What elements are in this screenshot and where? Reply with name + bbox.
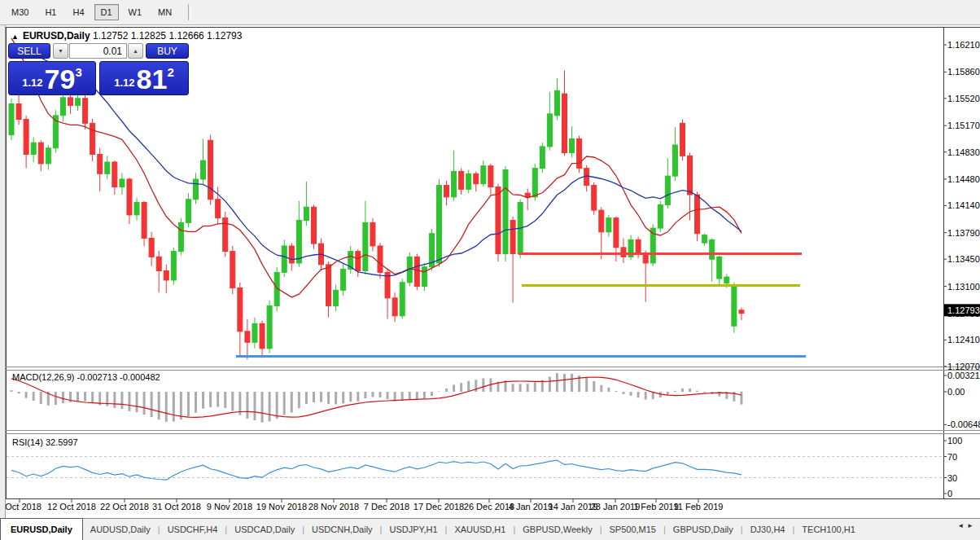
timeframe-button-m30[interactable]: M30 bbox=[5, 4, 35, 20]
chart-tab-tech100-h1[interactable]: TECH100,H1 bbox=[794, 519, 862, 540]
candle-body bbox=[186, 200, 190, 223]
volume-input[interactable] bbox=[69, 43, 127, 59]
chart-tab-audusd-daily[interactable]: AUDUSD,Daily bbox=[83, 519, 158, 540]
candle-body bbox=[60, 98, 65, 116]
price-axis-label: 1.15520 bbox=[947, 94, 980, 103]
candle-body bbox=[90, 123, 95, 154]
price-axis-label: 1.13100 bbox=[947, 282, 980, 292]
buy-button[interactable]: BUY bbox=[146, 43, 189, 59]
candle-body bbox=[592, 186, 597, 211]
price-axis-label: 1.14480 bbox=[947, 174, 980, 184]
candle-body bbox=[444, 186, 449, 197]
mt4-window: 1.162101.158601.155201.151701.148301.144… bbox=[0, 0, 980, 540]
trade-panel-top-row: SELL ▼ ▲ BUY bbox=[8, 43, 189, 59]
timeframe-button-mn[interactable]: MN bbox=[151, 4, 178, 20]
chart-tab-sp500-m15[interactable]: SP500,M15 bbox=[602, 519, 663, 540]
candle-body bbox=[466, 173, 471, 189]
candle-body bbox=[672, 145, 677, 176]
one-click-trade-panel: SELL ▼ ▲ BUY 1.12 79 3 1.12 81 2 bbox=[8, 43, 189, 95]
date-axis-label: 22 Oct 2018 bbox=[100, 502, 149, 511]
triangle-up-icon: ▲ bbox=[133, 48, 138, 54]
timeframe-button-h1[interactable]: H1 bbox=[38, 4, 63, 20]
macd-indicator-label: MACD(12,26,9) -0.002713 -0.000482 bbox=[12, 372, 160, 382]
candle-body bbox=[695, 195, 700, 234]
chart-tab-usdcad-daily[interactable]: USDCAD,Daily bbox=[227, 519, 302, 540]
candle-body bbox=[46, 148, 50, 164]
candle-body bbox=[120, 179, 125, 187]
timeframe-button-w1[interactable]: W1 bbox=[122, 4, 149, 20]
candle-body bbox=[267, 305, 272, 348]
tab-scroll-right-button[interactable]: ► bbox=[967, 522, 977, 529]
buy-price-pips: 81 bbox=[137, 66, 168, 92]
buy-price-prefix: 1.12 bbox=[114, 77, 134, 89]
candle-body bbox=[481, 166, 486, 184]
tab-scroll-arrows: ◄► bbox=[957, 522, 977, 529]
candle-body bbox=[127, 179, 132, 215]
candle-body bbox=[710, 239, 715, 259]
candle-body bbox=[496, 187, 501, 254]
rsi-line bbox=[11, 460, 742, 480]
chart-tab-eurusd-daily[interactable]: EURUSD,Daily bbox=[0, 518, 83, 540]
candle-body bbox=[245, 331, 250, 342]
candle-body bbox=[156, 257, 161, 270]
candle-body bbox=[98, 154, 103, 173]
chart-tab-dj30-h4[interactable]: DJ30,H4 bbox=[743, 519, 793, 540]
price-axis-label: 1.15860 bbox=[947, 67, 980, 77]
candle-body bbox=[717, 257, 722, 279]
price-axis-label: 1.13450 bbox=[947, 254, 980, 264]
rsi-indicator-label: RSI(14) 32.5997 bbox=[12, 437, 78, 447]
candle-body bbox=[636, 239, 641, 253]
volume-decrease-button[interactable]: ▼ bbox=[53, 43, 68, 59]
candle-body bbox=[392, 298, 397, 316]
candle-body bbox=[459, 171, 464, 189]
candle-body bbox=[289, 246, 294, 263]
candle-body bbox=[621, 248, 626, 257]
candle-body bbox=[216, 200, 221, 218]
date-axis-label: 1 Feb 2019 bbox=[633, 502, 679, 511]
price-axis-label: 1.16210 bbox=[947, 40, 980, 50]
rsi-axis-label: 100 bbox=[947, 436, 962, 446]
candle-body bbox=[370, 222, 375, 246]
price-axis-label: 1.12070 bbox=[947, 362, 980, 371]
candle-body bbox=[732, 285, 737, 327]
candle-body bbox=[9, 103, 14, 134]
candle-body bbox=[540, 147, 545, 169]
chart-tab-xauusd-h1[interactable]: XAUUSD,H1 bbox=[447, 519, 513, 540]
date-axis-label: 3 Oct 2018 bbox=[0, 502, 42, 511]
chart-tab-bar: EURUSD,DailyAUDUSD,Daily|USDCHF,H4|USDCA… bbox=[0, 518, 980, 540]
candles-group[interactable] bbox=[9, 70, 744, 359]
tab-scroll-left-button[interactable]: ◄ bbox=[957, 522, 967, 529]
chart-tab-gbpusd-weekly[interactable]: GBPUSD,Weekly bbox=[515, 519, 599, 540]
timeframe-toolbar: M30H1H4D1W1MN bbox=[0, 0, 980, 25]
sell-price-button[interactable]: 1.12 79 3 bbox=[8, 61, 96, 95]
chart-tab-usdchf-h4[interactable]: USDCHF,H4 bbox=[160, 519, 225, 540]
date-axis-label: 12 Oct 2018 bbox=[47, 502, 96, 511]
sell-button[interactable]: SELL bbox=[8, 43, 50, 59]
rsi-axis-label: 30 bbox=[947, 473, 957, 483]
candle-body bbox=[724, 277, 729, 283]
candle-body bbox=[363, 222, 368, 270]
current-price-label: 1.12793 bbox=[947, 305, 980, 315]
buy-price-button[interactable]: 1.12 81 2 bbox=[99, 61, 189, 95]
chart-tab-usdcnh-daily[interactable]: USDCNH,Daily bbox=[304, 519, 380, 540]
candle-body bbox=[378, 246, 383, 272]
timeframe-button-d1[interactable]: D1 bbox=[94, 4, 119, 20]
candle-body bbox=[525, 193, 530, 197]
candle-body bbox=[105, 162, 110, 173]
candle-body bbox=[31, 143, 36, 154]
candle-body bbox=[201, 160, 206, 179]
date-axis-label: 31 Oct 2018 bbox=[152, 502, 201, 511]
candle-body bbox=[570, 138, 575, 152]
candle-body bbox=[356, 252, 361, 271]
date-axis-label: 4 Jan 2019 bbox=[509, 502, 553, 511]
volume-increase-button[interactable]: ▲ bbox=[128, 43, 143, 59]
candle-body bbox=[83, 99, 88, 124]
timeframe-button-h4[interactable]: H4 bbox=[66, 4, 90, 20]
date-axis-label: 9 Nov 2018 bbox=[207, 502, 252, 511]
chart-tab-usdjpy-h1[interactable]: USDJPY,H1 bbox=[382, 519, 444, 540]
chart-tab-gbpusd-daily[interactable]: GBPUSD,Daily bbox=[666, 519, 741, 540]
chart-title-ohlc: 1.12752 1.12825 1.12666 1.12793 bbox=[93, 30, 243, 42]
collapse-panel-icon[interactable]: ▲ bbox=[11, 33, 19, 41]
left-panel-divider[interactable] bbox=[0, 25, 6, 540]
candle-body bbox=[134, 203, 139, 215]
